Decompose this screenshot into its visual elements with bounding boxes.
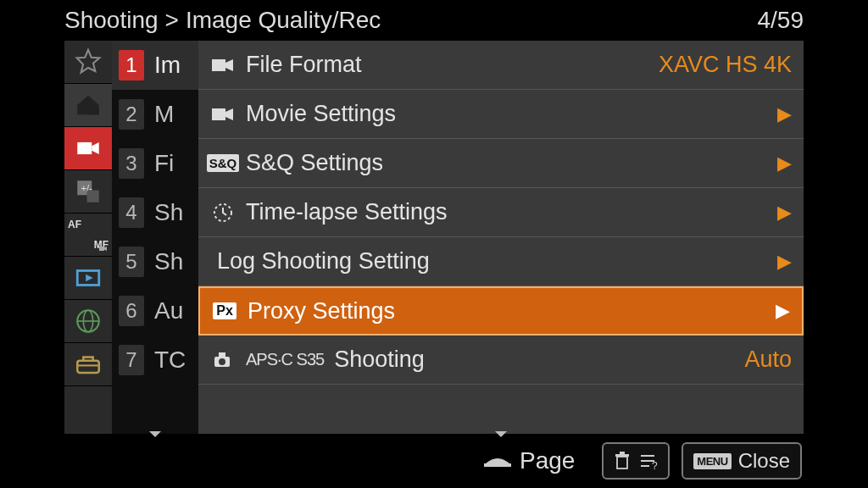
page-hint: Page (482, 447, 575, 474)
item-apsc-shooting[interactable]: APS·C S35 Shooting Auto (198, 336, 804, 385)
submenu-item-2[interactable]: 2 M (112, 90, 198, 139)
wheel-icon (482, 452, 513, 470)
chevron-right-icon: ▶ (777, 152, 792, 175)
tab-main[interactable] (64, 84, 112, 127)
svg-rect-4 (87, 191, 99, 202)
list-help-icon: ? (637, 452, 658, 470)
item-proxy-settings[interactable]: Px Proxy Settings ▶ (198, 286, 804, 336)
chevron-right-icon: ▶ (777, 202, 792, 224)
svg-rect-1 (77, 142, 92, 154)
movie-icon (74, 134, 103, 163)
svg-rect-21 (620, 452, 625, 454)
apsc-tag: APS·C S35 (246, 350, 324, 369)
star-icon (74, 47, 103, 76)
submenu-item-5[interactable]: 5 Sh (112, 237, 198, 286)
footer-bar: Page ? MENU Close (0, 441, 868, 481)
tab-exposure[interactable]: +/- (64, 170, 112, 214)
breadcrumb: Shooting > Image Quality/Rec 4/59 (64, 5, 804, 36)
submenu-item-3[interactable]: 3 Fi (112, 139, 198, 188)
timelapse-icon (207, 202, 239, 224)
globe-icon (74, 307, 103, 336)
item-timelapse-settings[interactable]: Time-lapse Settings ▶ (198, 188, 804, 237)
submenu-number: 5 (119, 247, 144, 277)
item-value: XAVC HS 4K (659, 52, 792, 78)
item-sq-settings[interactable]: S&Q S&Q Settings ▶ (198, 139, 804, 188)
submenu-item-6[interactable]: 6 Au (112, 286, 198, 336)
movie-small-icon (97, 244, 110, 254)
playback-icon (74, 263, 103, 292)
page-counter: 4/59 (758, 7, 804, 34)
chevron-right-icon: ▶ (777, 251, 792, 273)
svg-rect-20 (615, 454, 629, 457)
tab-setup[interactable] (64, 343, 112, 386)
items-scroll-indicator (198, 431, 804, 437)
submenu-number: 2 (119, 99, 144, 130)
breadcrumb-root: Shooting (64, 7, 159, 34)
submenu-number: 6 (119, 296, 144, 326)
item-log-shooting[interactable]: Log Shooting Setting ▶ (198, 237, 804, 286)
close-button[interactable]: MENU Close (682, 442, 802, 480)
proxy-badge-icon: Px (209, 302, 241, 319)
submenu-label: M (154, 101, 174, 128)
movie-icon (207, 106, 239, 123)
item-value: Auto (744, 347, 792, 373)
tab-playback[interactable] (64, 257, 112, 300)
svg-text:?: ? (652, 460, 658, 470)
item-file-format[interactable]: File Format XAVC HS 4K (198, 41, 804, 90)
chevron-right-icon: ▶ (777, 103, 792, 125)
breadcrumb-separator: > (165, 7, 179, 34)
svg-point-17 (219, 358, 225, 365)
movie-icon (207, 57, 239, 74)
submenu-label: Fi (154, 150, 174, 177)
tab-network[interactable] (64, 300, 112, 343)
submenu-item-1[interactable]: 1 Im (112, 41, 198, 90)
af-label: AF (68, 219, 81, 230)
submenu-item-4[interactable]: 4 Sh (112, 188, 198, 237)
item-label: Time-lapse Settings (246, 199, 448, 225)
submenu-number: 3 (119, 148, 144, 179)
tab-favorites[interactable] (64, 41, 112, 84)
tab-focus[interactable]: AF MF (64, 214, 112, 257)
category-tabs: +/- AF MF (64, 41, 112, 434)
svg-rect-16 (219, 352, 225, 357)
submenu-item-7[interactable]: 7 TC (112, 336, 198, 385)
toolbox-icon (74, 350, 103, 379)
trash-icon (614, 451, 631, 471)
submenu-number: 4 (119, 197, 144, 228)
item-label: Movie Settings (246, 101, 396, 127)
submenu-number: 7 (119, 345, 144, 375)
sq-badge-icon: S&Q (207, 154, 239, 172)
exposure-icon: +/- (74, 177, 103, 206)
svg-rect-5 (99, 247, 104, 251)
svg-rect-10 (77, 361, 99, 373)
page-label: Page (520, 447, 575, 474)
item-label: S&Q Settings (246, 150, 383, 176)
settings-list: File Format XAVC HS 4K Movie Settings ▶ … (198, 41, 804, 434)
svg-rect-13 (212, 108, 225, 120)
item-label: Log Shooting Setting (217, 248, 430, 274)
svg-rect-12 (212, 59, 225, 71)
submenu-scroll-indicator (112, 431, 198, 437)
svg-rect-18 (484, 463, 511, 467)
submenu-label: Au (154, 297, 183, 324)
submenu-label: TC (154, 347, 186, 374)
home-camera-icon (74, 91, 103, 119)
submenu-label: Sh (154, 199, 183, 226)
svg-rect-0 (89, 108, 98, 114)
chevron-right-icon: ▶ (776, 300, 790, 322)
item-movie-settings[interactable]: Movie Settings ▶ (198, 90, 804, 139)
submenu-list: 1 Im 2 M 3 Fi 4 Sh 5 Sh 6 Au (112, 41, 198, 434)
menu-badge: MENU (693, 453, 731, 469)
close-label: Close (738, 449, 790, 473)
submenu-label: Sh (154, 248, 183, 275)
help-button[interactable]: ? (602, 442, 670, 480)
tab-shooting[interactable] (64, 127, 112, 170)
item-label: Proxy Settings (248, 298, 395, 324)
chevron-down-icon (495, 431, 507, 437)
item-label: Shooting (334, 347, 425, 373)
submenu-number: 1 (119, 50, 144, 80)
submenu-label: Im (154, 52, 181, 79)
svg-rect-19 (617, 457, 627, 469)
camera-icon (207, 350, 239, 370)
item-label: File Format (246, 52, 362, 78)
